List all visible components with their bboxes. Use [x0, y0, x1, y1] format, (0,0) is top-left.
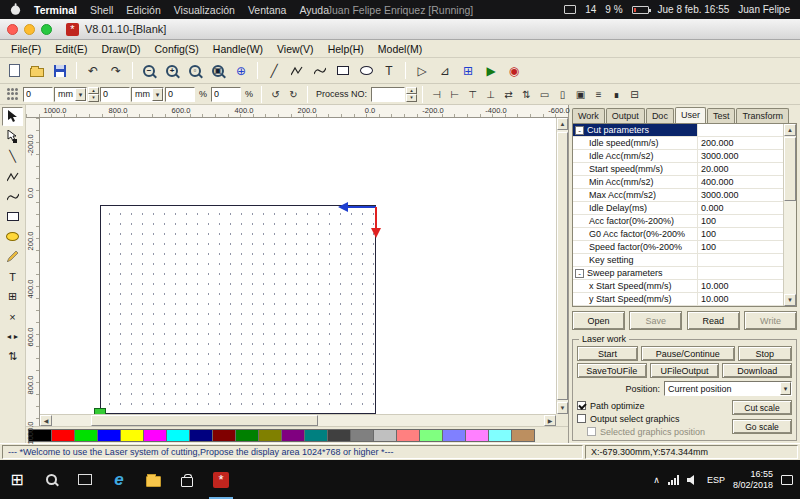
palette-color-1[interactable]	[51, 429, 75, 442]
zoom-all-button[interactable]: ▣	[207, 60, 229, 81]
align-left-button[interactable]: ⊣	[428, 86, 445, 102]
align-center-v-button[interactable]: ⇅	[518, 86, 535, 102]
param-value[interactable]: 3000.000	[698, 189, 783, 201]
taskbar-rdworks-button[interactable]: *	[204, 460, 238, 499]
palette-color-20[interactable]	[488, 429, 512, 442]
menu-view[interactable]: View(V)	[270, 43, 321, 55]
tab-transform[interactable]: Transform	[736, 108, 789, 123]
process-no-spinner[interactable]: ▴▾	[406, 87, 417, 102]
palette-color-8[interactable]	[212, 429, 236, 442]
position-select[interactable]: Current position ▾	[664, 381, 792, 396]
menu-terminal[interactable]: Terminal	[34, 4, 77, 16]
scrollbar-thumb[interactable]	[557, 132, 568, 400]
palette-color-14[interactable]	[350, 429, 374, 442]
palette-color-10[interactable]	[258, 429, 282, 442]
param-value[interactable]: 3000.000	[698, 150, 783, 162]
cut-scale-button[interactable]: Cut scale	[732, 400, 792, 415]
dropdown-arrow-icon[interactable]: ▾	[75, 88, 86, 101]
palette-color-7[interactable]	[189, 429, 213, 442]
palette-color-12[interactable]	[304, 429, 328, 442]
drawing-canvas[interactable]: ▲ ▼ ◀ ▶	[40, 118, 568, 426]
display-icon[interactable]	[564, 5, 576, 14]
scroll-left-button[interactable]: ◀	[40, 415, 52, 426]
param-row[interactable]: G0 Acc factor(0%-200%100	[573, 228, 783, 241]
param-row[interactable]: Key setting	[573, 254, 783, 267]
menu-handle[interactable]: Handle(W)	[206, 43, 270, 55]
scroll-right-button[interactable]: ▶	[544, 415, 556, 426]
menu-visualizacion[interactable]: Visualización	[174, 4, 235, 16]
param-value[interactable]: 100	[698, 228, 783, 240]
palette-color-15[interactable]	[373, 429, 397, 442]
menu-draw[interactable]: Draw(D)	[94, 43, 147, 55]
download-button[interactable]: Download	[722, 363, 792, 378]
battery-icon[interactable]	[632, 6, 649, 14]
laser-output-button[interactable]: ◉	[503, 60, 525, 81]
param-row[interactable]: Idle Acc(mm/s2)3000.000	[573, 150, 783, 163]
param-row[interactable]: Speed factor(0%-200%100	[573, 241, 783, 254]
polyline-tool[interactable]	[2, 167, 23, 186]
tab-output[interactable]: Output	[606, 108, 645, 123]
menu-ayuda[interactable]: Ayuda	[299, 4, 329, 16]
node-edit-tool[interactable]	[2, 127, 23, 146]
scrollbar-track[interactable]	[52, 415, 544, 426]
anchor-point-icon[interactable]	[6, 88, 19, 101]
array-tool[interactable]: ⊞	[2, 287, 23, 306]
taskbar-clock[interactable]: 16:55 8/02/2018	[733, 469, 773, 491]
menubar-username[interactable]: Juan Felipe	[738, 4, 790, 15]
palette-color-13[interactable]	[327, 429, 351, 442]
scrollbar-track[interactable]	[557, 130, 568, 402]
palette-color-11[interactable]	[281, 429, 305, 442]
param-row[interactable]: Min Acc(mm/s2)400.000	[573, 176, 783, 189]
spin-down-icon[interactable]: ▾	[406, 94, 417, 102]
align-top-button[interactable]: ⊤	[464, 86, 481, 102]
menu-shell[interactable]: Shell	[90, 4, 113, 16]
taskbar-search-button[interactable]	[34, 460, 68, 499]
param-value[interactable]: 100	[698, 241, 783, 253]
maximize-window-button[interactable]	[41, 24, 52, 35]
x-unit-select[interactable]: mm▾	[54, 87, 87, 102]
palette-color-2[interactable]	[74, 429, 98, 442]
palette-color-17[interactable]	[419, 429, 443, 442]
canvas-vertical-scrollbar[interactable]: ▲ ▼	[556, 118, 568, 414]
ufile-output-button[interactable]: UFileOutput	[650, 363, 720, 378]
param-value[interactable]: 10.000	[698, 280, 783, 292]
rectangle-tool[interactable]	[2, 207, 23, 226]
param-value[interactable]	[698, 267, 783, 279]
scrollbar-thumb[interactable]	[91, 415, 317, 426]
output-select-row[interactable]: Output select graphics	[577, 412, 732, 425]
tray-expand-icon[interactable]: ∧	[653, 475, 660, 485]
param-value[interactable]: 0.000	[698, 202, 783, 214]
draw-polyline-button[interactable]	[286, 60, 308, 81]
rotate-left-button[interactable]: ↺	[267, 86, 284, 102]
palette-color-16[interactable]	[396, 429, 420, 442]
line-tool[interactable]: ╲	[2, 147, 23, 166]
palette-color-9[interactable]	[235, 429, 259, 442]
taskbar-file-explorer-button[interactable]	[136, 460, 170, 499]
ellipse-tool[interactable]	[2, 227, 23, 246]
minimize-window-button[interactable]	[24, 24, 35, 35]
close-window-button[interactable]	[7, 24, 18, 35]
menubar-clock[interactable]: Jue 8 feb. 16:55	[658, 4, 730, 15]
draw-line-button[interactable]: ╱	[263, 60, 285, 81]
collapse-icon[interactable]: -	[575, 269, 584, 278]
same-height-button[interactable]: ▯	[554, 86, 571, 102]
path-optimize-row[interactable]: Path optimize	[577, 399, 732, 412]
taskbar-edge-button[interactable]: e	[102, 460, 136, 499]
scrollbar-track[interactable]	[784, 136, 796, 294]
open-params-button[interactable]: Open	[572, 311, 625, 330]
apple-menu-icon[interactable]	[10, 2, 21, 18]
go-scale-button[interactable]: Go scale	[732, 419, 792, 434]
align-center-h-button[interactable]: ⇄	[500, 86, 517, 102]
spin-up-icon[interactable]: ▴	[88, 87, 99, 95]
param-value[interactable]: 400.000	[698, 176, 783, 188]
curve-tool[interactable]	[2, 187, 23, 206]
param-row[interactable]: Acc factor(0%-200%)100	[573, 215, 783, 228]
pause-continue-button[interactable]: Pause/Continue	[641, 346, 735, 361]
palette-color-5[interactable]	[143, 429, 167, 442]
palette-color-18[interactable]	[442, 429, 466, 442]
menu-config[interactable]: Config(S)	[148, 43, 206, 55]
palette-color-3[interactable]	[97, 429, 121, 442]
draw-text-button[interactable]: T	[378, 60, 400, 81]
palette-color-4[interactable]	[120, 429, 144, 442]
tab-test[interactable]: Test	[707, 108, 736, 123]
